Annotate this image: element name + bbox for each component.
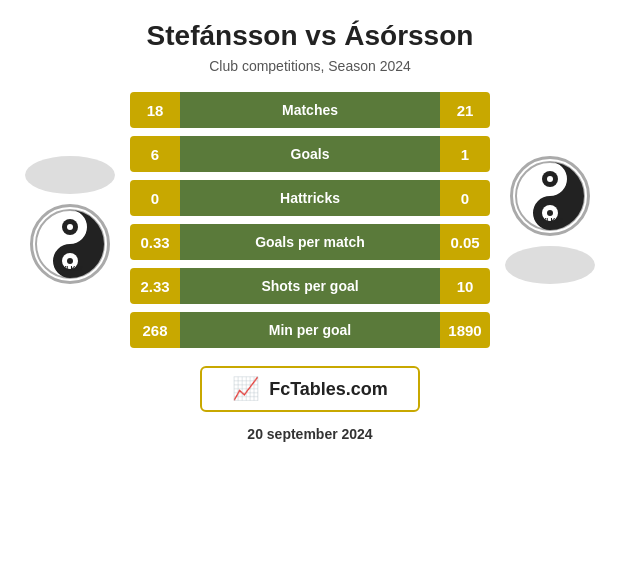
svg-point-3: [67, 224, 73, 230]
date-text: 20 september 2024: [247, 426, 372, 442]
stat-right-value: 1890: [440, 322, 490, 339]
stat-label: Goals: [180, 136, 440, 172]
stat-right-value: 0.05: [440, 234, 490, 251]
svg-point-10: [547, 210, 553, 216]
left-club: FYLKIR: [10, 156, 130, 284]
svg-point-9: [547, 176, 553, 182]
svg-text:FYLKIR: FYLKIR: [537, 217, 562, 224]
stat-row: 2.33Shots per goal10: [130, 268, 490, 304]
stat-right-value: 1: [440, 146, 490, 163]
stat-right-value: 21: [440, 102, 490, 119]
page-title: Stefánsson vs Ásórsson: [147, 20, 474, 52]
stat-right-value: 10: [440, 278, 490, 295]
brand-text: FcTables.com: [269, 379, 388, 400]
stat-label: Shots per goal: [180, 268, 440, 304]
stat-left-value: 18: [130, 102, 180, 119]
stat-label: Goals per match: [180, 224, 440, 260]
stat-left-value: 6: [130, 146, 180, 163]
left-club-oval: [25, 156, 115, 194]
stat-row: 18Matches21: [130, 92, 490, 128]
page-subtitle: Club competitions, Season 2024: [209, 58, 411, 74]
right-club: FYLKIR: [490, 156, 610, 284]
stat-label: Hattricks: [180, 180, 440, 216]
stat-label: Matches: [180, 92, 440, 128]
stat-left-value: 2.33: [130, 278, 180, 295]
svg-text:FYLKIR: FYLKIR: [57, 265, 82, 272]
stat-row: 0Hattricks0: [130, 180, 490, 216]
svg-point-4: [67, 258, 73, 264]
stat-right-value: 0: [440, 190, 490, 207]
stat-left-value: 0: [130, 190, 180, 207]
stat-label: Min per goal: [180, 312, 440, 348]
stat-row: 268Min per goal1890: [130, 312, 490, 348]
stat-row: 6Goals1: [130, 136, 490, 172]
brand-box: 📈 FcTables.com: [200, 366, 420, 412]
brand-icon: 📈: [232, 376, 259, 402]
right-club-logo: FYLKIR: [510, 156, 590, 236]
comparison-area: FYLKIR 18Matches216Goals10Hattricks00.33…: [10, 92, 610, 348]
page: Stefánsson vs Ásórsson Club competitions…: [0, 0, 620, 580]
stat-left-value: 0.33: [130, 234, 180, 251]
stats-table: 18Matches216Goals10Hattricks00.33Goals p…: [130, 92, 490, 348]
right-club-oval: [505, 246, 595, 284]
left-club-logo: FYLKIR: [30, 204, 110, 284]
stat-row: 0.33Goals per match0.05: [130, 224, 490, 260]
stat-left-value: 268: [130, 322, 180, 339]
